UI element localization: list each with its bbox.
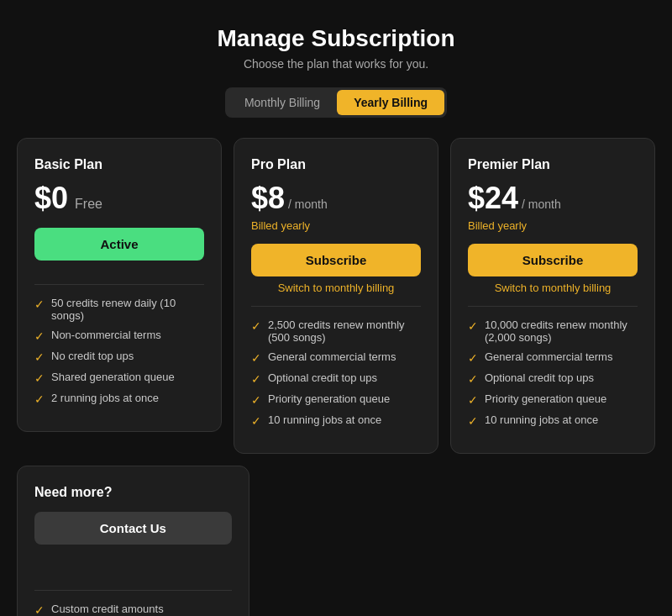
- feature-list: ✓10,000 credits renew monthly (2,000 son…: [468, 319, 638, 428]
- price-row: $24/ month: [468, 181, 638, 216]
- feature-text: Priority generation queue: [485, 392, 606, 405]
- feature-text: General commercial terms: [268, 350, 396, 363]
- divider: [34, 590, 232, 591]
- check-icon: ✓: [468, 372, 478, 386]
- yearly-billing-button[interactable]: Yearly Billing: [337, 90, 444, 115]
- price-period: / month: [522, 197, 561, 211]
- switch-billing-button[interactable]: Switch to monthly billing: [468, 282, 638, 294]
- feature-item: ✓Non-commercial terms: [34, 329, 204, 343]
- need-more-title: Need more?: [34, 485, 232, 500]
- subscribe-button[interactable]: Subscribe: [468, 244, 638, 276]
- contact-us-button[interactable]: Contact Us: [34, 512, 232, 545]
- feature-text: Custom credit amounts: [51, 603, 164, 615]
- check-icon: ✓: [34, 371, 45, 385]
- price-amount: $8: [251, 181, 285, 216]
- feature-text: Optional credit top ups: [485, 371, 594, 384]
- feature-item: ✓Shared generation queue: [34, 371, 204, 385]
- price-free: Free: [75, 197, 102, 212]
- plan-card-0: Basic Plan$0FreeActive✓50 credits renew …: [17, 138, 222, 432]
- feature-text: 2,500 credits renew monthly (500 songs): [268, 319, 421, 344]
- plans-row: Basic Plan$0FreeActive✓50 credits renew …: [17, 138, 655, 454]
- plan-name: Premier Plan: [468, 157, 638, 172]
- feature-text: 10,000 credits renew monthly (2,000 song…: [485, 319, 638, 344]
- feature-text: Priority generation queue: [268, 392, 390, 405]
- feature-text: No credit top ups: [51, 350, 134, 362]
- divider: [468, 306, 638, 307]
- divider: [251, 306, 421, 307]
- billed-yearly: Billed yearly: [251, 219, 421, 232]
- feature-item: ✓Optional credit top ups: [251, 371, 421, 386]
- check-icon: ✓: [251, 414, 261, 428]
- feature-item: ✓Priority generation queue: [468, 392, 638, 407]
- plan-name: Pro Plan: [251, 157, 421, 172]
- check-icon: ✓: [468, 351, 478, 365]
- check-icon: ✓: [34, 350, 45, 364]
- check-icon: ✓: [34, 392, 45, 406]
- feature-item: ✓2,500 credits renew monthly (500 songs): [251, 319, 421, 344]
- check-icon: ✓: [468, 319, 478, 333]
- check-icon: ✓: [468, 414, 478, 428]
- check-icon: ✓: [251, 393, 261, 407]
- plan-name: Basic Plan: [34, 157, 204, 172]
- price-row: $0Free: [34, 181, 204, 216]
- feature-item: ✓2 running jobs at once: [34, 392, 204, 406]
- plan-card-1: Pro Plan$8/ monthBilled yearlySubscribeS…: [234, 138, 438, 454]
- feature-list: ✓2,500 credits renew monthly (500 songs)…: [251, 319, 421, 428]
- need-more-features: ✓Custom credit amounts✓General commercia…: [34, 603, 232, 616]
- check-icon: ✓: [34, 603, 45, 616]
- page-subtitle: Choose the plan that works for you.: [244, 57, 428, 71]
- feature-item: ✓10 running jobs at once: [251, 413, 421, 428]
- active-button[interactable]: Active: [34, 228, 204, 261]
- feature-item: ✓Priority generation queue: [251, 392, 421, 407]
- price-amount: $24: [468, 181, 518, 216]
- check-icon: ✓: [251, 372, 261, 386]
- need-more-card: Need more? Contact Us ✓Custom credit amo…: [17, 466, 249, 616]
- billing-toggle: Monthly Billing Yearly Billing: [225, 87, 447, 118]
- price-amount: $0: [34, 181, 68, 216]
- feature-text: Shared generation queue: [51, 371, 175, 383]
- check-icon: ✓: [251, 319, 261, 333]
- feature-text: 10 running jobs at once: [268, 413, 381, 426]
- subscribe-button[interactable]: Subscribe: [251, 244, 421, 276]
- feature-list: ✓50 credits renew daily (10 songs)✓Non-c…: [34, 297, 204, 406]
- divider: [34, 284, 204, 285]
- check-icon: ✓: [34, 297, 45, 311]
- monthly-billing-button[interactable]: Monthly Billing: [228, 90, 337, 115]
- billed-yearly: Billed yearly: [468, 219, 638, 232]
- feature-item: ✓Optional credit top ups: [468, 371, 638, 386]
- feature-item: ✓General commercial terms: [468, 350, 638, 365]
- feature-item: ✓10,000 credits renew monthly (2,000 son…: [468, 319, 638, 344]
- feature-item: ✓Custom credit amounts: [34, 603, 232, 616]
- feature-item: ✓No credit top ups: [34, 350, 204, 364]
- feature-text: 50 credits renew daily (10 songs): [51, 297, 204, 322]
- feature-text: Non-commercial terms: [51, 329, 161, 341]
- feature-item: ✓General commercial terms: [251, 350, 421, 365]
- price-row: $8/ month: [251, 181, 421, 216]
- feature-text: 2 running jobs at once: [51, 392, 159, 404]
- bottom-row: Need more? Contact Us ✓Custom credit amo…: [17, 466, 655, 616]
- plan-card-2: Premier Plan$24/ monthBilled yearlySubsc…: [450, 138, 655, 454]
- page-title: Manage Subscription: [217, 25, 454, 52]
- check-icon: ✓: [468, 393, 478, 407]
- feature-text: Optional credit top ups: [268, 371, 377, 384]
- check-icon: ✓: [34, 329, 45, 343]
- feature-text: General commercial terms: [485, 350, 612, 363]
- check-icon: ✓: [251, 351, 261, 365]
- feature-text: 10 running jobs at once: [485, 413, 598, 426]
- feature-item: ✓50 credits renew daily (10 songs): [34, 297, 204, 322]
- switch-billing-button[interactable]: Switch to monthly billing: [251, 282, 421, 294]
- feature-item: ✓10 running jobs at once: [468, 413, 638, 428]
- price-period: / month: [288, 197, 328, 211]
